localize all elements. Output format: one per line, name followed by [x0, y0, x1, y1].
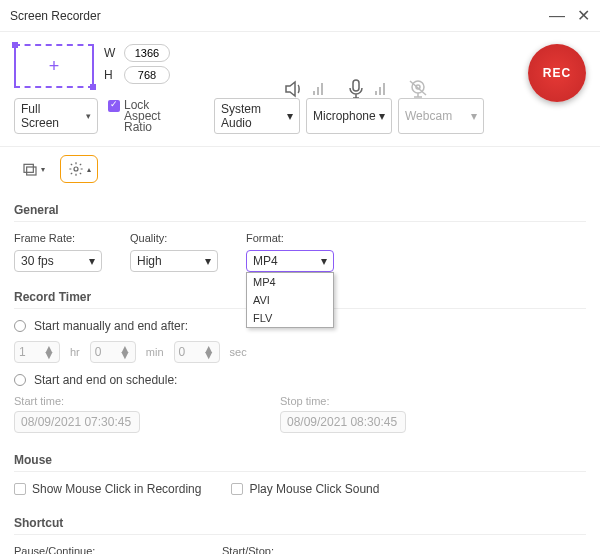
format-dropdown: MP4 AVI FLV [246, 272, 334, 328]
chevron-down-icon: ▾ [287, 109, 293, 123]
chevron-down-icon: ▾ [321, 254, 327, 268]
schedule-timer-radio[interactable] [14, 374, 26, 386]
microphone-select[interactable]: Microphone ▾ [306, 98, 392, 134]
chevron-down-icon: ▾ [89, 254, 95, 268]
pause-shortcut-label: Pause/Continue: [14, 545, 194, 554]
show-mouse-click-label: Show Mouse Click in Recording [32, 482, 201, 496]
height-label: H [104, 68, 118, 82]
chevron-down-icon: ▾ [379, 109, 385, 123]
frame-rate-select[interactable]: 30 fps ▾ [14, 250, 102, 272]
webcam-select[interactable]: Webcam ▾ [398, 98, 484, 134]
hours-spinner[interactable]: 1 ▲▼ [14, 341, 60, 363]
window-controls: ― ✕ [549, 6, 590, 25]
quality-select[interactable]: High ▾ [130, 250, 218, 272]
stop-time-input[interactable]: 08/09/2021 08:30:45 [280, 411, 406, 433]
width-input[interactable] [124, 44, 170, 62]
start-shortcut-label: Start/Stop: [222, 545, 402, 554]
play-click-sound-label: Play Mouse Click Sound [249, 482, 379, 496]
lock-aspect-checkbox[interactable] [108, 100, 120, 112]
svg-rect-0 [353, 80, 359, 91]
height-input[interactable] [124, 66, 170, 84]
titlebar: Screen Recorder ― ✕ [0, 0, 600, 32]
format-option-mp4[interactable]: MP4 [247, 273, 333, 291]
format-select[interactable]: MP4 ▾ [246, 250, 334, 272]
quality-label: Quality: [130, 232, 218, 244]
capture-area-selector[interactable]: + [14, 44, 94, 88]
stop-time-label: Stop time: [280, 395, 406, 407]
chevron-down-icon: ▾ [205, 254, 211, 268]
top-panel: + W H Full Screen ▾ [0, 32, 600, 147]
system-audio-select[interactable]: System Audio ▾ [214, 98, 300, 134]
close-icon[interactable]: ✕ [577, 6, 590, 25]
show-mouse-click-checkbox[interactable] [14, 483, 26, 495]
manual-timer-label: Start manually and end after: [34, 319, 188, 333]
format-option-flv[interactable]: FLV [247, 309, 333, 327]
start-time-input[interactable]: 08/09/2021 07:30:45 [14, 411, 140, 433]
format-label: Format: [246, 232, 334, 244]
seconds-spinner[interactable]: 0 ▲▼ [174, 341, 220, 363]
svg-point-6 [74, 167, 78, 171]
chevron-down-icon: ▾ [86, 111, 91, 121]
shortcut-section-title: Shortcut [14, 508, 586, 535]
lock-aspect-label: Lock Aspect Ratio [124, 100, 184, 133]
minutes-spinner[interactable]: 0 ▲▼ [90, 341, 136, 363]
play-click-sound-checkbox[interactable] [231, 483, 243, 495]
minimize-icon[interactable]: ― [549, 7, 565, 25]
capture-mode-select[interactable]: Full Screen ▾ [14, 98, 98, 134]
window-title: Screen Recorder [10, 9, 101, 23]
start-time-label: Start time: [14, 395, 140, 407]
frame-rate-label: Frame Rate: [14, 232, 102, 244]
format-option-avi[interactable]: AVI [247, 291, 333, 309]
svg-rect-5 [26, 167, 35, 175]
record-button[interactable]: REC [528, 44, 586, 102]
mouse-section-title: Mouse [14, 445, 586, 472]
screenshot-tool-button[interactable]: ▾ [14, 155, 52, 183]
chevron-down-icon: ▾ [471, 109, 477, 123]
settings-tool-button[interactable]: ▴ [60, 155, 98, 183]
svg-rect-4 [24, 164, 33, 172]
schedule-timer-label: Start and end on schedule: [34, 373, 177, 387]
manual-timer-radio[interactable] [14, 320, 26, 332]
general-section-title: General [14, 195, 586, 222]
width-label: W [104, 46, 118, 60]
